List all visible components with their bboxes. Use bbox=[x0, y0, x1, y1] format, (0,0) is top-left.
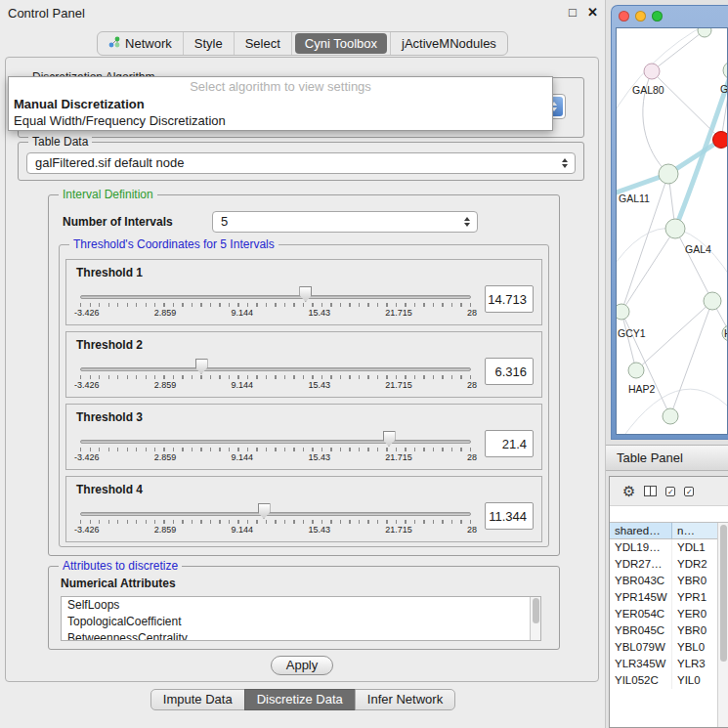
threshold-value-field[interactable]: 21.4 bbox=[485, 430, 534, 457]
node-label: GCY1 bbox=[618, 327, 646, 339]
slider-thumb[interactable] bbox=[195, 359, 208, 374]
minimize-button[interactable] bbox=[635, 11, 646, 21]
tabs-box: Network Style Select Cyni Toolbox jActiv… bbox=[97, 31, 508, 56]
table-cell[interactable]: YLR345W bbox=[610, 656, 672, 672]
tab-separator bbox=[291, 31, 292, 56]
table-data-combobox[interactable]: galFiltered.sif default node bbox=[26, 152, 576, 174]
checkbox-icon[interactable]: ✓ bbox=[665, 487, 675, 496]
slider-thumb[interactable] bbox=[258, 503, 271, 519]
table-scrollbar[interactable] bbox=[717, 523, 728, 727]
slider-track[interactable] bbox=[80, 440, 471, 444]
scale-tick-label: 21.715 bbox=[385, 380, 412, 390]
scale-tick-label: 15.43 bbox=[308, 525, 330, 535]
list-item[interactable]: BetweennessCentrality bbox=[62, 630, 540, 641]
threshold-slider[interactable]: -3.426 2.859 9.144 15.43 21.715 28 bbox=[80, 428, 471, 467]
network-node[interactable] bbox=[665, 219, 685, 238]
slider-ticks-icon bbox=[80, 448, 471, 451]
column-header-shared-name[interactable]: shared… bbox=[610, 523, 672, 538]
combobox-stepper-icon[interactable] bbox=[459, 212, 475, 232]
tab-infer-network[interactable]: Infer Network bbox=[355, 689, 455, 710]
threshold-label: Threshold 2 bbox=[76, 338, 143, 352]
network-node[interactable] bbox=[723, 62, 728, 79]
tab-network[interactable]: Network bbox=[98, 31, 183, 56]
scrollbar-thumb[interactable] bbox=[720, 525, 727, 662]
slider-thumb[interactable] bbox=[383, 431, 396, 447]
network-node[interactable] bbox=[617, 304, 629, 320]
slider-track[interactable] bbox=[80, 295, 471, 299]
table-cell[interactable]: YBL079W bbox=[610, 639, 672, 656]
tab-impute-data[interactable]: Impute Data bbox=[150, 689, 245, 710]
tab-cyni-toolbox[interactable]: Cyni Toolbox bbox=[295, 33, 387, 54]
threshold-slider[interactable]: -3.426 2.859 9.144 15.43 21.715 28 bbox=[80, 500, 471, 539]
network-node[interactable] bbox=[628, 363, 644, 378]
threshold-slider[interactable]: -3.426 2.859 9.144 15.43 21.715 28 bbox=[80, 283, 471, 322]
table-row[interactable]: YBL079WYBL0 bbox=[610, 639, 728, 656]
dropdown-option-manual[interactable]: Manual Discretization bbox=[9, 96, 552, 112]
columns-icon[interactable] bbox=[644, 486, 657, 496]
table-row[interactable]: YER054CYER0 bbox=[610, 606, 728, 622]
tab-discretize-data[interactable]: Discretize Data bbox=[244, 689, 356, 710]
table-row[interactable]: YPR145WYPR1 bbox=[610, 589, 728, 606]
threshold-value-field[interactable]: 14.713 bbox=[485, 285, 534, 313]
table-cell[interactable]: YER054C bbox=[610, 606, 672, 622]
table-cell[interactable]: YDR27… bbox=[610, 556, 672, 573]
node-label: GAL11 bbox=[619, 193, 650, 204]
table-row[interactable]: YBR045CYBR0 bbox=[610, 622, 728, 639]
slider-ticks-icon bbox=[80, 375, 471, 379]
network-node[interactable] bbox=[663, 408, 678, 424]
dropdown-option-equal-width[interactable]: Equal Width/Frequency Discretization bbox=[9, 112, 552, 129]
table-row[interactable]: YDL19…YDL1 bbox=[610, 539, 728, 556]
bottom-tabstrip: Impute Data Discretize Data Infer Networ… bbox=[0, 687, 606, 712]
float-icon[interactable]: □ bbox=[569, 5, 577, 20]
tab-style[interactable]: Style bbox=[184, 31, 234, 56]
slider-track[interactable] bbox=[80, 367, 471, 371]
threshold-value-field[interactable]: 6.316 bbox=[485, 358, 534, 385]
table-cell[interactable]: YDL19… bbox=[610, 539, 672, 556]
network-canvas[interactable]: GAL80 GA GAL11 GAL4 GCY1 HAP2 H bbox=[616, 27, 728, 435]
list-item[interactable]: TopologicalCoefficient bbox=[62, 614, 540, 630]
table-cell[interactable]: YBR043C bbox=[610, 573, 672, 589]
table-row[interactable]: YBR043CYBR0 bbox=[610, 573, 728, 589]
tab-jactivemnodules[interactable]: jActiveMNodules bbox=[391, 31, 507, 56]
table-data-group-label: Table Data bbox=[28, 135, 92, 149]
table-cell[interactable]: YBR045C bbox=[610, 622, 672, 639]
network-node-selected[interactable] bbox=[713, 132, 728, 149]
table-spacer bbox=[610, 506, 728, 522]
combobox-stepper-icon[interactable] bbox=[557, 153, 573, 173]
slider-thumb[interactable] bbox=[299, 286, 312, 302]
threshold-label: Threshold 4 bbox=[76, 483, 143, 496]
table-row[interactable]: YDR27…YDR2 bbox=[610, 556, 728, 573]
threshold-panel: Threshold 4 -3.426 2.859 9.144 15.43 bbox=[65, 476, 542, 542]
network-node[interactable] bbox=[698, 28, 711, 37]
window-title: Control Panel bbox=[8, 6, 85, 21]
node-label: HAP2 bbox=[628, 383, 656, 395]
table-toolbar: ⚙ ✓ ✓ bbox=[610, 477, 728, 506]
close-button[interactable] bbox=[619, 11, 629, 21]
threshold-slider[interactable]: -3.426 2.859 9.144 15.43 21.715 28 bbox=[80, 356, 471, 395]
network-node[interactable] bbox=[644, 64, 660, 79]
scrollbar-thumb[interactable] bbox=[533, 598, 539, 623]
list-item[interactable]: SelfLoops bbox=[62, 597, 540, 614]
network-node[interactable] bbox=[659, 164, 678, 184]
tab-select[interactable]: Select bbox=[235, 31, 291, 56]
table-cell[interactable]: YPR145W bbox=[610, 589, 672, 606]
table-row[interactable]: YIL052CYIL0 bbox=[610, 672, 728, 689]
attributes-list[interactable]: SelfLoops TopologicalCoefficient Between… bbox=[61, 596, 541, 641]
list-scrollbar[interactable] bbox=[530, 597, 540, 640]
slider-ticks-icon bbox=[80, 303, 471, 307]
apply-button[interactable]: Apply bbox=[271, 656, 333, 675]
table-row[interactable]: YLR345WYLR3 bbox=[610, 656, 728, 672]
table-cell[interactable]: YIL052C bbox=[610, 672, 672, 689]
gear-icon[interactable]: ⚙ bbox=[622, 484, 635, 498]
scale-tick-label: 21.715 bbox=[385, 525, 412, 535]
zoom-button[interactable] bbox=[652, 11, 663, 21]
checkbox-icon[interactable]: ✓ bbox=[684, 487, 694, 496]
threshold-value-field[interactable]: 11.344 bbox=[485, 502, 534, 530]
slider-scale: -3.426 2.859 9.144 15.43 21.715 28 bbox=[74, 308, 477, 318]
scale-tick-label: 28 bbox=[467, 308, 477, 318]
network-node[interactable] bbox=[704, 292, 721, 310]
slider-track[interactable] bbox=[80, 512, 471, 516]
num-intervals-combobox[interactable]: 5 bbox=[212, 211, 478, 233]
control-panel-tabstrip: Network Style Select Cyni Toolbox jActiv… bbox=[0, 29, 605, 57]
close-icon[interactable]: ✕ bbox=[587, 5, 598, 20]
